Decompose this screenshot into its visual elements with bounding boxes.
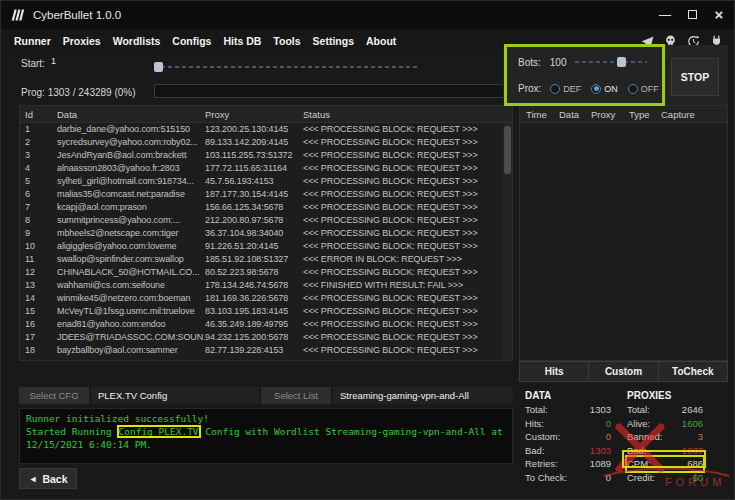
stat-label: Bad: [627, 444, 647, 458]
cell-proxy: 178.134.248.74:5678 [205, 279, 303, 292]
cell-proxy: 103.115.255.73:51372 [205, 149, 303, 162]
table-row[interactable]: 10 aligiggles@yahoo.com:loveme 91.226.51… [20, 240, 503, 253]
stat-value: $0 [673, 471, 703, 485]
runner-table-body: 1 darbie_dane@yahoo.com:515150 123.200.2… [20, 123, 503, 360]
menu-item[interactable]: Tools [273, 35, 300, 47]
minimize-button[interactable]: — [658, 9, 672, 21]
maximize-button[interactable] [685, 9, 699, 21]
prox-option-def[interactable]: DEF [550, 84, 581, 94]
menu-item[interactable]: Runner [14, 35, 51, 47]
table-row[interactable]: 8 summitprincess@yahoo.com:... 212.200.8… [20, 214, 503, 227]
table-row[interactable]: 16 enad81@yahoo.com:endoo 46.35.249.189:… [20, 318, 503, 331]
tab-tocheck[interactable]: ToCheck [659, 361, 728, 382]
column-proxy[interactable]: Proxy [205, 109, 303, 120]
column-data[interactable]: Data [559, 109, 591, 120]
stop-button[interactable]: STOP [671, 58, 719, 96]
cell-data: alnaasson2803@yahoo.fr:2803 [57, 162, 205, 175]
stat-row: Bad: 1037 [627, 444, 703, 458]
cell-data: mbheels2@netscape.com:tiger [57, 227, 205, 240]
stat-label: Alive: [627, 417, 650, 431]
table-row[interactable]: 19 KHP... 202.137... <<< PROCESSING BLOC… [20, 357, 503, 360]
table-row[interactable]: 14 winmike45@netzero.com:boeman 181.169.… [20, 292, 503, 305]
cell-proxy: 187.177.30.154:4145 [205, 188, 303, 201]
table-row[interactable]: 17 JDEES@TRIADASSOC.COM:SOUN... 94.232.1… [20, 331, 503, 344]
cell-data: swallop@spinfinder.com:swallop [57, 253, 205, 266]
table-row[interactable]: 9 mbheels2@netscape.com:tiger 36.37.104.… [20, 227, 503, 240]
table-row[interactable]: 4 alnaasson2803@yahoo.fr:2803 177.72.115… [20, 162, 503, 175]
bots-row: Bots: 100 [518, 56, 647, 68]
log-line-2: Started Running Config PLEX.TV Config wi… [26, 425, 506, 451]
column-type[interactable]: Type [629, 109, 661, 120]
select-cfg-button[interactable]: Select CFG [19, 387, 89, 404]
cell-proxy: 94.232.125.200:5678 [205, 331, 303, 344]
config-highlight-annotation: Config PLEX.TV [118, 426, 200, 437]
prox-option-label: ON [604, 84, 618, 94]
stat-row: Credit: $0 [627, 471, 703, 485]
column-id[interactable]: Id [25, 109, 57, 120]
cell-proxy: 202.137... [205, 357, 303, 360]
data-stats-title: DATA [525, 388, 611, 403]
slider-thumb[interactable] [154, 62, 163, 72]
cell-status: <<< PROCESSING BLOCK: REQUEST >>> [303, 266, 503, 279]
window-controls: — × [658, 9, 726, 21]
table-row[interactable]: 13 wahhami@cs.com:seifoune 178.134.248.7… [20, 279, 503, 292]
back-arrow-icon: ◄ [28, 474, 37, 484]
cell-proxy: 83.103.195.183:4145 [205, 305, 303, 318]
table-row[interactable]: 12 CHINABLACK_50@HOTMAIL.CO... 80.52.223… [20, 266, 503, 279]
column-data[interactable]: Data [57, 109, 205, 120]
stat-label: Custom: [525, 430, 560, 444]
cell-data: malias35@comcast.net:paradise [57, 188, 205, 201]
tab-custom[interactable]: Custom [589, 361, 658, 382]
column-status[interactable]: Status [303, 109, 512, 120]
cell-data: JesAndRyanB@aol.com:brackett [57, 149, 205, 162]
cell-proxy: 91.226.51.20:4145 [205, 240, 303, 253]
table-row[interactable]: 2 sycredsurvey@yahoo.com:roby02... 89.13… [20, 136, 503, 149]
cell-status: <<< PROCESSING BLOCK: REQUEST >>> [303, 240, 503, 253]
stat-row: Retries: 1089 [525, 457, 611, 471]
column-time[interactable]: Time [526, 109, 559, 120]
cell-status: <<< PROCESSING BLOCK: REQUEST >>> [303, 305, 503, 318]
cell-id: 19 [25, 357, 57, 360]
maximize-icon [688, 10, 697, 19]
prox-option-off[interactable]: OFF [628, 84, 659, 94]
stat-label: Hits: [525, 417, 544, 431]
slider-track [575, 61, 647, 63]
menu-item[interactable]: Proxies [63, 35, 101, 47]
cell-id: 13 [25, 279, 57, 292]
stat-value: 686 [673, 457, 703, 471]
wordlist-name: Streaming-gaming-vpn-and-All [333, 387, 513, 404]
bots-slider[interactable] [575, 56, 647, 68]
stat-label: To Check: [525, 471, 567, 485]
table-row[interactable]: 3 JesAndRyanB@aol.com:brackett 103.115.2… [20, 149, 503, 162]
slider-thumb[interactable] [617, 57, 626, 67]
radio-icon [628, 84, 638, 94]
table-row[interactable]: 15 McVeyTL@1fssg.usmc.mil:truelove 83.10… [20, 305, 503, 318]
menu-item[interactable]: Settings [313, 35, 354, 47]
cell-id: 16 [25, 318, 57, 331]
column-capture[interactable]: Capture [661, 109, 727, 120]
table-row[interactable]: 6 malias35@comcast.net:paradise 187.177.… [20, 188, 503, 201]
menu-item[interactable]: Configs [172, 35, 211, 47]
table-row[interactable]: 7 kcapj@aol.com:prason 156.66.125.34:567… [20, 201, 503, 214]
stat-row: Total: 1303 [525, 403, 611, 417]
tab-hits[interactable]: Hits [519, 361, 589, 382]
scrollbar[interactable] [503, 123, 512, 360]
table-row[interactable]: 1 darbie_dane@yahoo.com:515150 123.200.2… [20, 123, 503, 136]
table-row[interactable]: 5 sylheti_girl@hotmail.com:918734... 45.… [20, 175, 503, 188]
close-button[interactable]: × [712, 9, 726, 21]
select-list-button[interactable]: Select List [261, 387, 331, 404]
menu-item[interactable]: Hits DB [223, 35, 261, 47]
menu-item[interactable]: About [366, 35, 396, 47]
cell-id: 17 [25, 331, 57, 344]
menu-item[interactable]: Wordlists [113, 35, 161, 47]
stat-row: Total: 2646 [627, 403, 703, 417]
back-button[interactable]: ◄ Back [19, 468, 77, 489]
table-row[interactable]: 11 swallop@spinfinder.com:swallop 185.51… [20, 253, 503, 266]
column-proxy[interactable]: Proxy [591, 109, 629, 120]
prox-option-on[interactable]: ON [591, 84, 618, 94]
stat-label: Banned: [627, 430, 662, 444]
scrollbar-thumb[interactable] [504, 126, 511, 174]
start-slider[interactable] [154, 61, 419, 73]
table-row[interactable]: 18 bayzballboy@aol.com:sammer 82.77.139.… [20, 344, 503, 357]
cell-id: 1 [25, 123, 57, 136]
